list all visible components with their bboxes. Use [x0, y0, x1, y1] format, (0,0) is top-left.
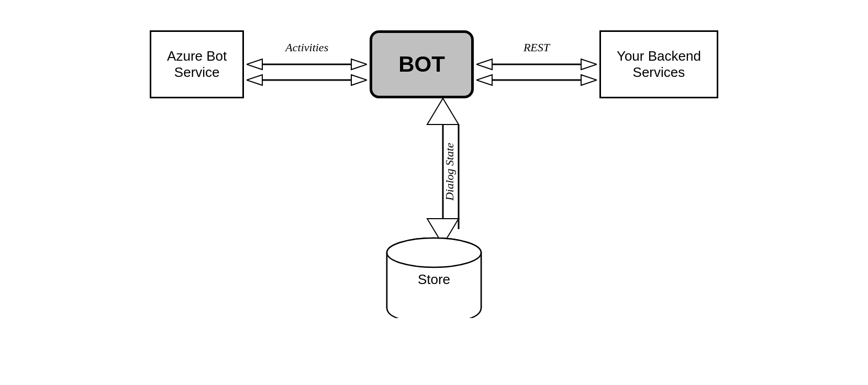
svg-marker-4 — [247, 75, 262, 85]
backend-services-box: Your Backend Services — [599, 30, 718, 98]
dialog-state-label: Dialog State — [443, 143, 457, 201]
diagram-container: Azure Bot Service Activities — [120, 15, 748, 370]
rest-arrow-container: REST — [474, 41, 599, 88]
svg-marker-8 — [476, 59, 492, 70]
rest-label: REST — [524, 41, 550, 54]
svg-marker-10 — [476, 75, 492, 85]
store-label: Store — [418, 271, 450, 288]
svg-marker-13 — [427, 98, 459, 124]
activities-arrow-svg — [247, 56, 367, 88]
azure-bot-service-box: Azure Bot Service — [150, 30, 244, 98]
activities-label: Activities — [285, 41, 328, 54]
rest-arrow-svg — [476, 56, 597, 88]
backend-services-label: Your Backend Services — [617, 48, 701, 81]
top-row: Azure Bot Service Activities — [150, 30, 718, 98]
svg-marker-1 — [351, 59, 367, 70]
svg-marker-7 — [581, 59, 597, 70]
svg-marker-5 — [351, 75, 367, 85]
azure-bot-service-label: Azure Bot Service — [167, 48, 227, 81]
bot-box: BOT — [370, 30, 474, 98]
svg-marker-11 — [581, 75, 597, 85]
activities-arrow-container: Activities — [244, 41, 370, 88]
vertical-arrow-section: Dialog State — [411, 98, 457, 245]
svg-marker-2 — [247, 59, 262, 70]
bot-label: BOT — [398, 52, 445, 77]
svg-point-20 — [387, 238, 481, 267]
store-cylinder: Store — [382, 234, 486, 318]
